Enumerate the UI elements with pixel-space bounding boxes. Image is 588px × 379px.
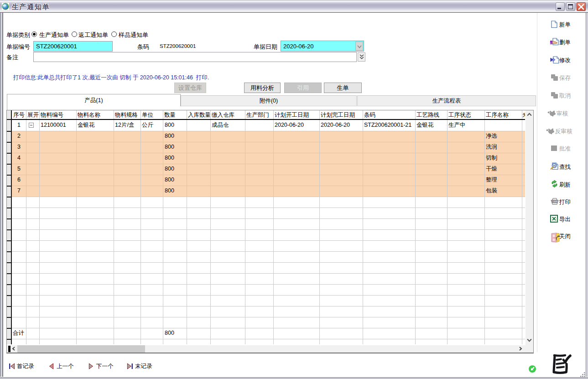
svg-text:H: H xyxy=(553,164,555,167)
